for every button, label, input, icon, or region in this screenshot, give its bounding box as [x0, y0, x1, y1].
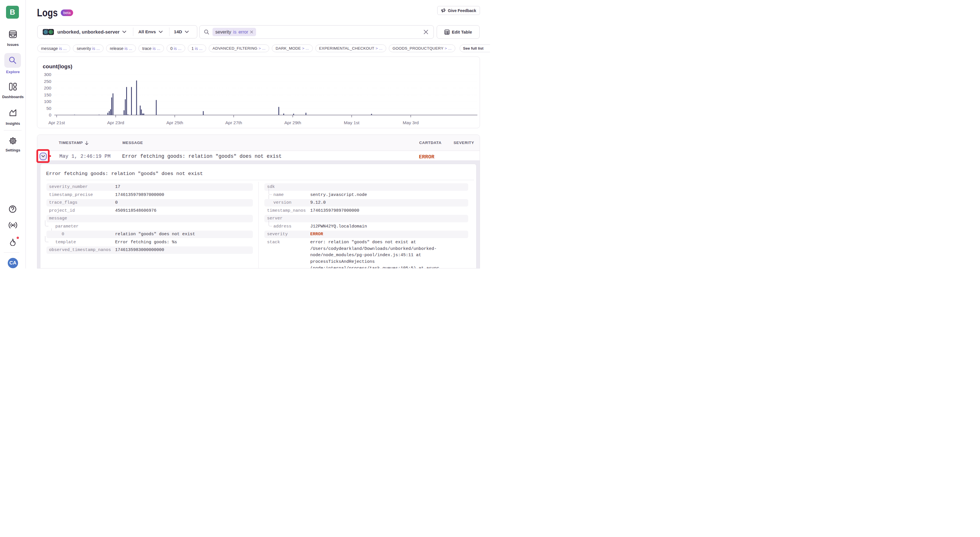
- svg-text:Apr 27th: Apr 27th: [225, 120, 242, 125]
- svg-text:Apr 23rd: Apr 23rd: [107, 120, 124, 125]
- svg-text:Apr 29th: Apr 29th: [285, 120, 301, 125]
- svg-text:150: 150: [44, 92, 51, 97]
- svg-text:Apr 25th: Apr 25th: [166, 120, 183, 125]
- svg-text:May 3rd: May 3rd: [403, 120, 419, 125]
- svg-text:200: 200: [44, 86, 51, 90]
- svg-text:50: 50: [46, 106, 52, 111]
- svg-text:May 1st: May 1st: [344, 120, 360, 125]
- svg-text:100: 100: [44, 99, 51, 104]
- svg-text:300: 300: [44, 72, 51, 77]
- svg-text:250: 250: [44, 79, 51, 84]
- svg-text:Apr 21st: Apr 21st: [48, 120, 65, 125]
- svg-text:0: 0: [49, 112, 51, 117]
